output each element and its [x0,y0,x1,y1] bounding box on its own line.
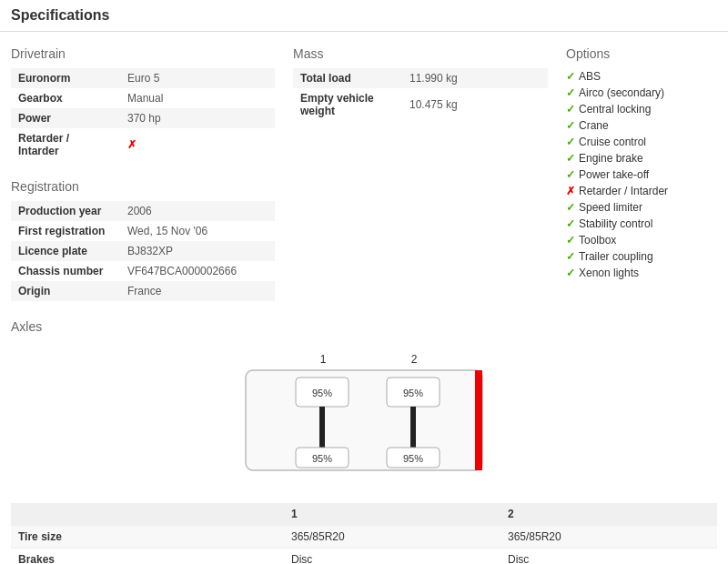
axles-title: Axles [11,319,717,334]
cell-value: 370 hp [120,108,275,128]
check-icon: ✓ [566,70,575,83]
check-icon: ✓ [566,234,575,247]
check-icon: ✓ [566,168,575,181]
check-icon: ✓ [566,267,575,279]
cell-label: Empty vehicle weight [293,88,402,121]
cell-label: Origin [11,281,120,301]
page-header: Specifications [0,0,728,32]
list-item: ✓ Crane [566,117,717,134]
check-icon: ✓ [566,86,575,99]
registration-title: Registration [11,179,275,194]
cross-icon: ✗ [127,138,136,151]
axle-col-1: 1 [284,503,500,526]
list-item: ✓ Toolbox [566,232,717,248]
svg-rect-0 [246,370,482,470]
axle-col-label [11,503,284,526]
table-row: Empty vehicle weight 10.475 kg [293,88,548,121]
axle2-bottom-pct: 95% [403,453,423,464]
cell-label: First registration [11,221,120,241]
table-row: Retarder / Intarder ✗ [11,128,275,161]
list-item: ✓ ABS [566,68,717,85]
cell-value: 365/85R20 [500,526,717,549]
cell-label: Licence plate [11,241,120,261]
list-item: ✓ Power take-off [566,166,717,183]
table-row: Power 370 hp [11,108,275,128]
cell-value: Disc [500,549,717,565]
svg-rect-1 [475,370,482,470]
check-icon: ✓ [566,201,575,214]
list-item: ✓ Airco (secondary) [566,85,717,101]
cell-value: 10.475 kg [402,88,548,121]
cell-value: BJ832XP [120,241,275,261]
cell-value: 2006 [120,201,275,221]
cell-label: Tire size [11,526,284,549]
axle2-top-pct: 95% [403,388,423,398]
check-icon: ✓ [566,136,575,148]
axle-diagram: 1 2 95% 95% 95% 95% [11,343,717,488]
axle-col-2: 2 [500,503,717,526]
page-title: Specifications [11,7,109,23]
cross-icon: ✗ [566,185,575,197]
check-icon: ✓ [566,217,575,230]
list-item: ✓ Trailer coupling [566,248,717,265]
options-list: ✓ ABS ✓ Airco (secondary) ✓ Central lock… [566,68,717,281]
svg-rect-3 [319,407,325,448]
cell-label: Gearbox [11,88,120,108]
cell-label: Retarder / Intarder [11,128,120,161]
mass-title: Mass [293,46,548,61]
table-row: Tire size 365/85R20 365/85R20 [11,526,717,549]
cell-value: Wed, 15 Nov '06 [120,221,275,241]
cell-label: Brakes [11,549,284,565]
options-title: Options [566,46,717,61]
list-item: ✓ Speed limiter [566,199,717,216]
axle-table-header-row: 1 2 [11,503,717,526]
axle1-top-pct: 95% [312,388,332,398]
cell-value: Manual [120,88,275,108]
check-icon: ✓ [566,152,575,165]
cell-value: ✗ [120,128,275,161]
table-row: Brakes Disc Disc [11,549,717,565]
check-icon: ✓ [566,250,575,263]
cell-label: Power [11,108,120,128]
cell-label: Total load [293,68,402,88]
table-row: Gearbox Manual [11,88,275,108]
table-row: Total load 11.990 kg [293,68,548,88]
mass-table: Total load 11.990 kg Empty vehicle weigh… [293,68,548,121]
cell-label: Chassis number [11,261,120,281]
axle-data-table: 1 2 Tire size 365/85R20 365/85R20 Brakes… [11,503,717,564]
drivetrain-title: Drivetrain [11,46,275,61]
list-item: ✓ Xenon lights [566,265,717,281]
table-row: Euronorm Euro 5 [11,68,275,88]
list-item: ✓ Cruise control [566,134,717,150]
table-row: Chassis number VF647BCA000002666 [11,261,275,281]
table-row: First registration Wed, 15 Nov '06 [11,221,275,241]
table-row: Origin France [11,281,275,301]
cell-value: France [120,281,275,301]
svg-rect-6 [410,407,416,448]
list-item: ✗ Retarder / Intarder [566,183,717,199]
list-item: ✓ Central locking [566,101,717,117]
axle1-bottom-pct: 95% [312,453,332,464]
cell-label: Euronorm [11,68,120,88]
cell-label: Production year [11,201,120,221]
axle2-label: 2 [411,353,418,366]
check-icon: ✓ [566,119,575,132]
cell-value: 365/85R20 [284,526,500,549]
cell-value: VF647BCA000002666 [120,261,275,281]
axle1-label: 1 [320,353,327,366]
registration-table: Production year 2006 First registration … [11,201,275,301]
cell-value: Euro 5 [120,68,275,88]
drivetrain-table: Euronorm Euro 5 Gearbox Manual Power 370… [11,68,275,161]
check-icon: ✓ [566,103,575,116]
cell-value: Disc [284,549,500,565]
list-item: ✓ Engine brake [566,150,717,166]
axle-svg: 1 2 95% 95% 95% 95% [228,343,500,488]
table-row: Licence plate BJ832XP [11,241,275,261]
table-row: Production year 2006 [11,201,275,221]
cell-value: 11.990 kg [402,68,548,88]
list-item: ✓ Stability control [566,216,717,232]
